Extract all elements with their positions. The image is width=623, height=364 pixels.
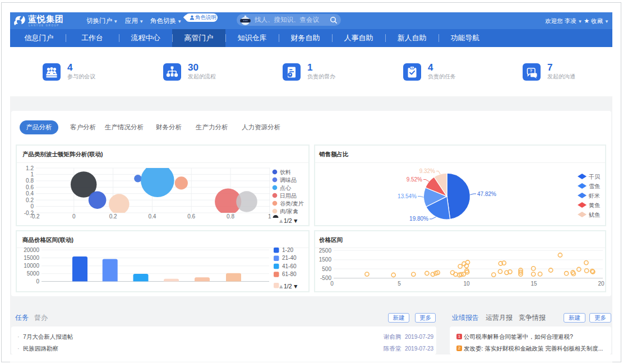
svg-text:▼: ▼ <box>293 217 298 224</box>
svg-text:9.52%: 9.52% <box>407 176 422 183</box>
svg-text:干贝: 干贝 <box>588 174 601 180</box>
svg-text:47.82%: 47.82% <box>477 191 496 197</box>
svg-text:9.32%: 9.32% <box>419 168 435 174</box>
svg-text:0.6: 0.6 <box>26 184 34 190</box>
svg-text:1/2: 1/2 <box>284 283 292 290</box>
svg-text:▼: ▼ <box>293 283 298 290</box>
svg-text:13.54%: 13.54% <box>398 193 417 199</box>
svg-text:调味品: 调味品 <box>280 177 297 183</box>
svg-text:0: 0 <box>72 213 76 220</box>
svg-text:0.4: 0.4 <box>148 213 156 220</box>
svg-text:20: 20 <box>598 281 604 287</box>
svg-text:虾米: 虾米 <box>589 193 600 199</box>
svg-text:1500: 1500 <box>319 256 332 263</box>
svg-text:肉/家禽: 肉/家禽 <box>280 208 298 214</box>
svg-text:5: 5 <box>398 281 401 287</box>
svg-text:饮料: 饮料 <box>280 169 291 175</box>
svg-text:1.2: 1.2 <box>26 165 34 171</box>
svg-text:20000: 20000 <box>24 247 39 253</box>
svg-text:15000: 15000 <box>24 255 39 261</box>
svg-text:1/2: 1/2 <box>284 217 292 224</box>
svg-text:0.8: 0.8 <box>26 178 34 184</box>
svg-text:点心: 点心 <box>280 185 292 191</box>
svg-text:鱿鱼: 鱿鱼 <box>589 212 601 218</box>
svg-text:谷类/麦片: 谷类/麦片 <box>280 200 304 207</box>
svg-text:10000: 10000 <box>24 263 39 269</box>
svg-text:-0.2: -0.2 <box>30 213 40 220</box>
svg-text:15: 15 <box>530 281 537 287</box>
svg-text:19.80%: 19.80% <box>409 216 428 222</box>
svg-text:0: 0 <box>330 281 334 287</box>
svg-text:5000: 5000 <box>27 270 40 277</box>
svg-text:0.2: 0.2 <box>26 197 34 203</box>
svg-text:61-80: 61-80 <box>282 271 297 277</box>
svg-text:0.4: 0.4 <box>26 190 34 197</box>
svg-text:雪鱼: 雪鱼 <box>589 183 601 189</box>
svg-text:?: ? <box>530 68 533 73</box>
svg-text:0: 0 <box>30 203 34 209</box>
svg-text:41-60: 41-60 <box>282 263 297 269</box>
svg-text:日用品: 日用品 <box>280 193 297 199</box>
svg-text:1: 1 <box>30 171 34 178</box>
svg-text:1: 1 <box>268 213 271 220</box>
svg-text:0: 0 <box>36 278 39 284</box>
svg-text:0.8: 0.8 <box>227 213 234 220</box>
svg-text:▲: ▲ <box>278 217 284 224</box>
svg-text:21-40: 21-40 <box>282 255 297 261</box>
svg-text:10: 10 <box>463 281 470 287</box>
svg-text:▲: ▲ <box>278 283 284 290</box>
svg-text:1-20: 1-20 <box>282 247 293 253</box>
svg-text:500: 500 <box>322 266 331 272</box>
svg-text:2500: 2500 <box>319 248 332 254</box>
svg-text:0.2: 0.2 <box>109 213 117 220</box>
svg-text:0.6: 0.6 <box>187 213 195 220</box>
svg-text:黄鱼: 黄鱼 <box>589 202 601 208</box>
